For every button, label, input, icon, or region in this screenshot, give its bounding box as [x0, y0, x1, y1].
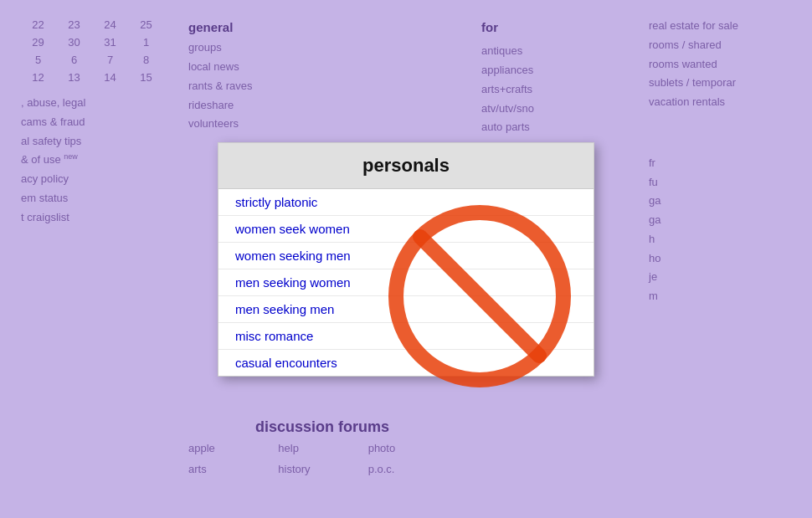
personals-modal: personals strictly platonic women seek w…	[218, 142, 594, 377]
link-casual-encounters[interactable]: casual encounters	[218, 350, 594, 376]
link-women-seek-women[interactable]: women seek women	[218, 216, 594, 243]
modal-header: personals	[218, 143, 594, 189]
link-men-seeking-women[interactable]: men seeking women	[218, 269, 594, 296]
link-women-seeking-men[interactable]: women seeking men	[218, 243, 594, 269]
modal-body: strictly platonic women seek women women…	[218, 189, 594, 376]
modal-backdrop: personals strictly platonic women seek w…	[0, 0, 812, 518]
link-men-seeking-men[interactable]: men seeking men	[218, 296, 594, 323]
modal-title: personals	[362, 155, 450, 176]
link-strictly-platonic[interactable]: strictly platonic	[218, 189, 594, 216]
link-misc-romance[interactable]: misc romance	[218, 323, 594, 350]
